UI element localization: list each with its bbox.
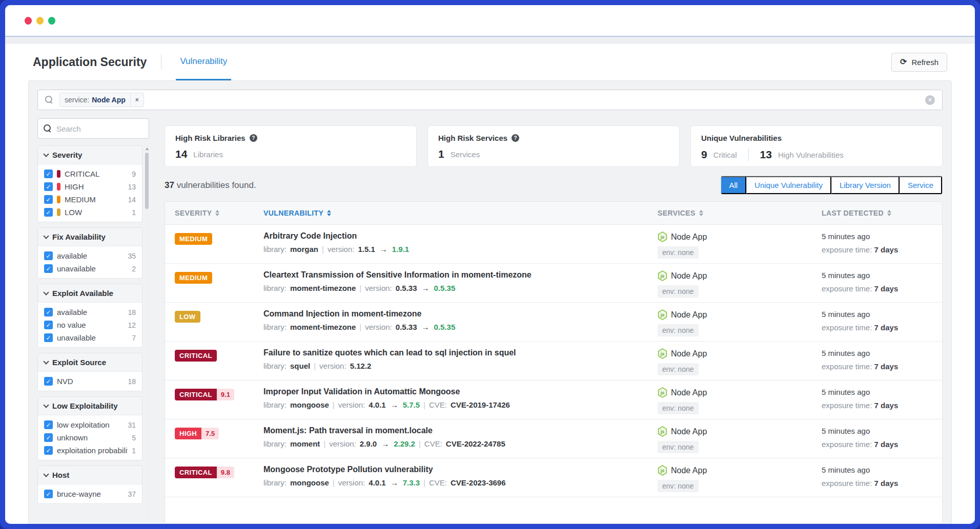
service-name[interactable]: js Node App xyxy=(658,231,707,242)
refresh-button[interactable]: ⟳ Refresh xyxy=(891,53,947,72)
filter-option[interactable]: ✓ exploitation probability 1 xyxy=(38,444,142,457)
close-window-button[interactable] xyxy=(25,17,32,25)
service-name[interactable]: js Node App xyxy=(658,387,707,398)
filter-option[interactable]: ✓ HIGH 13 xyxy=(38,180,142,193)
view-tab-all[interactable]: All xyxy=(721,176,746,194)
column-header-severity[interactable]: SEVERITY xyxy=(165,202,263,224)
filter-option[interactable]: ✓ LOW 1 xyxy=(38,206,142,219)
maximize-window-button[interactable] xyxy=(48,17,55,25)
service-name[interactable]: js Node App xyxy=(658,270,707,281)
column-header-last-detected[interactable]: LAST DETECTED xyxy=(822,202,942,224)
table-row[interactable]: CRITICAL Failure to sanitize quotes whic… xyxy=(165,342,942,380)
checkbox-checked[interactable]: ✓ xyxy=(44,420,53,429)
help-icon[interactable]: ? xyxy=(250,134,257,142)
vulnerability-title[interactable]: Moment.js: Path traversal in moment.loca… xyxy=(263,426,647,435)
filter-option[interactable]: ✓ available 35 xyxy=(38,249,142,262)
sort-icon[interactable] xyxy=(327,210,331,216)
vulnerability-title[interactable]: Arbitrary Code Injection xyxy=(263,231,647,241)
view-tab-library-version[interactable]: Library Version xyxy=(831,176,900,194)
checkbox-checked[interactable]: ✓ xyxy=(44,377,53,386)
checkbox-checked[interactable]: ✓ xyxy=(44,182,53,191)
vulnerability-title[interactable]: Command Injection in moment-timezone xyxy=(263,309,647,319)
table-row[interactable]: MEDIUM Arbitrary Code Injection library: xyxy=(165,225,942,264)
checkbox-checked[interactable]: ✓ xyxy=(44,208,53,217)
checkbox-checked[interactable]: ✓ xyxy=(44,490,53,498)
service-name[interactable]: js Node App xyxy=(658,309,707,320)
library-label: library: xyxy=(263,439,287,448)
checkbox-checked[interactable]: ✓ xyxy=(44,195,53,204)
filter-option[interactable]: ✓ bruce-wayne 37 xyxy=(38,488,142,500)
vulnerability-title[interactable]: Mongoose Prototype Pollution vulnerabili… xyxy=(263,465,647,474)
column-header-vulnerability[interactable]: VULNERABILITY xyxy=(263,202,658,224)
sort-icon[interactable] xyxy=(699,210,703,216)
table-row[interactable]: MEDIUM Cleartext Transmission of Sensiti… xyxy=(165,264,942,303)
filter-section-header[interactable]: Exploit Available xyxy=(38,284,142,303)
filter-option[interactable]: ✓ unavailable 2 xyxy=(38,262,142,275)
env-badge: env: none xyxy=(658,402,699,414)
titlebar-strip xyxy=(5,37,975,44)
meta-separator: | xyxy=(333,400,335,409)
chip-remove-icon[interactable]: × xyxy=(130,94,144,106)
view-tab-service[interactable]: Service xyxy=(900,176,942,194)
tab-vulnerability[interactable]: Vulnerability xyxy=(176,44,231,80)
exposure-value: 7 days xyxy=(874,323,899,332)
filter-option[interactable]: ✓ unknown 5 xyxy=(38,431,142,444)
sort-icon[interactable] xyxy=(215,210,219,216)
version-label: version: xyxy=(319,362,346,370)
filter-option-count: 14 xyxy=(128,196,136,204)
view-tab-unique-vulnerability[interactable]: Unique Vulnerability xyxy=(746,176,831,194)
checkbox-checked[interactable]: ✓ xyxy=(44,308,53,316)
last-detected-time: 5 minutes ago xyxy=(822,271,942,280)
table-row[interactable]: CRITICAL 9.8 Mongoose Prototype Pollutio… xyxy=(165,458,942,497)
checkbox-checked[interactable]: ✓ xyxy=(44,433,53,442)
library-value: morgan xyxy=(290,245,318,253)
filter-option[interactable]: ✓ no value 12 xyxy=(38,319,142,331)
filter-option[interactable]: ✓ unavailable 7 xyxy=(38,331,142,344)
checkbox-checked[interactable]: ✓ xyxy=(44,446,53,455)
service-name[interactable]: js Node App xyxy=(658,348,707,359)
sidebar-scrollbar[interactable] xyxy=(145,145,149,524)
search-clear-icon[interactable]: × xyxy=(925,95,935,105)
minimize-window-button[interactable] xyxy=(36,17,44,25)
table-row[interactable]: HIGH 7.5 Moment.js: Path traversal in mo… xyxy=(165,419,942,458)
vulnerability-title[interactable]: Failure to sanitize quotes which can lea… xyxy=(263,348,647,357)
checkbox-checked[interactable]: ✓ xyxy=(44,251,53,260)
filter-option[interactable]: ✓ CRITICAL 9 xyxy=(38,167,142,180)
search-filter-chip[interactable]: service: Node App × xyxy=(59,93,144,107)
filter-section-header[interactable]: Exploit Source xyxy=(38,353,142,372)
sidebar-search[interactable] xyxy=(37,118,149,139)
table-row[interactable]: CRITICAL 9.1 Improper Input Validation i… xyxy=(165,380,942,419)
checkbox-checked[interactable]: ✓ xyxy=(44,264,53,273)
column-header-services[interactable]: SERVICES xyxy=(658,202,822,224)
filter-section-header[interactable]: Severity xyxy=(38,146,142,164)
chevron-down-icon xyxy=(43,289,49,295)
filter-option-count: 12 xyxy=(128,321,136,329)
filter-option[interactable]: ✓ MEDIUM 14 xyxy=(38,193,142,206)
checkbox-checked[interactable]: ✓ xyxy=(44,321,53,329)
search-input[interactable] xyxy=(148,96,925,104)
filter-option[interactable]: ✓ available 18 xyxy=(38,306,142,319)
severity-badge: CRITICAL 9.8 xyxy=(175,467,234,478)
filter-list: Severity ✓ CRITICAL xyxy=(37,145,149,524)
results-text: vulnerabilities found. xyxy=(177,180,256,190)
checkbox-checked[interactable]: ✓ xyxy=(44,333,53,342)
scroll-up-icon[interactable] xyxy=(146,147,149,150)
filter-section-header[interactable]: Host xyxy=(38,466,142,484)
scrollbar-thumb[interactable] xyxy=(145,153,149,209)
global-search-bar[interactable]: service: Node App × × xyxy=(37,90,943,110)
severity-color-icon xyxy=(57,170,60,178)
vulnerability-title[interactable]: Improper Input Validation in Automattic … xyxy=(263,387,647,396)
checkbox-checked[interactable]: ✓ xyxy=(44,170,53,178)
filter-option[interactable]: ✓ low exploitation 31 xyxy=(38,418,142,431)
filter-section-header[interactable]: Low Exploitability xyxy=(38,397,142,415)
app-window: Application Security Vulnerability ⟳ Ref… xyxy=(5,5,975,524)
service-name[interactable]: js Node App xyxy=(658,465,707,476)
help-icon[interactable]: ? xyxy=(512,134,519,142)
filter-section-header[interactable]: Fix Availability xyxy=(38,228,142,246)
service-name[interactable]: js Node App xyxy=(658,426,707,437)
table-row[interactable]: LOW Command Injection in moment-timezone… xyxy=(165,303,942,342)
vulnerability-title[interactable]: Cleartext Transmission of Sensitive Info… xyxy=(263,270,647,280)
filter-option[interactable]: ✓ NVD 18 xyxy=(38,375,142,388)
sidebar-search-input[interactable] xyxy=(56,124,123,133)
sort-icon[interactable] xyxy=(887,210,891,216)
